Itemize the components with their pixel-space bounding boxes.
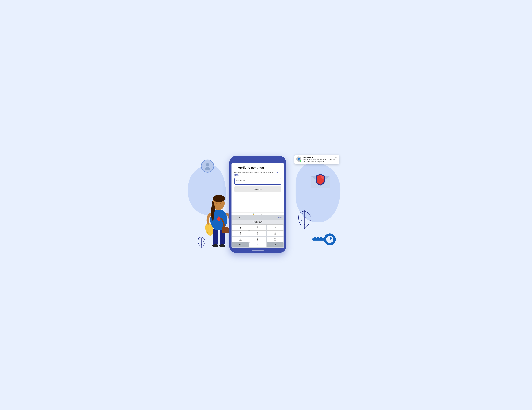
key-decoration xyxy=(312,232,338,247)
keyboard-next-button[interactable]: ▼ xyxy=(238,216,241,219)
keyboard-keys: 1 2ABC 3DEF 4GHI 5JKL 6MNO 7PQRS xyxy=(232,225,284,247)
notification-message-badge xyxy=(300,160,302,162)
key-6[interactable]: 6MNO xyxy=(266,231,284,236)
key-4[interactable]: 4GHI xyxy=(232,231,249,236)
right-leaf-icon xyxy=(295,209,313,230)
leaf-right-decoration xyxy=(295,209,313,230)
suggestion-label: From Messages xyxy=(253,221,263,222)
verification-code-input-group[interactable]: Verification code * xyxy=(234,178,281,185)
notification-sender: +61437790170 xyxy=(303,157,313,158)
url-bar: 🔒 ecom.roller.app xyxy=(231,213,284,215)
key-special[interactable]: +*# xyxy=(232,242,249,247)
svg-point-27 xyxy=(212,244,218,247)
svg-point-0 xyxy=(206,163,209,167)
key-backspace[interactable]: ⌫ xyxy=(266,242,284,247)
subtitle: Please enter the verification code we ju… xyxy=(234,171,281,176)
svg-line-10 xyxy=(200,239,202,241)
key-5[interactable]: 5JKL xyxy=(249,231,266,236)
svg-point-19 xyxy=(326,236,333,243)
input-label: Verification code * xyxy=(236,179,279,181)
notification-avatar: 👤 xyxy=(296,157,302,162)
key-2[interactable]: 2ABC xyxy=(249,225,266,231)
messages-badge-icon xyxy=(300,160,301,161)
svg-rect-25 xyxy=(213,228,218,246)
keyboard-row-4: +*# 0 ⌫ xyxy=(232,242,284,247)
text-cursor xyxy=(260,181,260,183)
key-3[interactable]: 3DEF xyxy=(266,225,284,231)
phone: ← Verify to continue Please enter the ve… xyxy=(229,156,286,253)
continue-button[interactable]: Continue xyxy=(234,186,281,192)
svg-point-37 xyxy=(212,204,213,205)
avatar xyxy=(201,159,214,173)
notification-popup: 👤 +61437790170 now Enter code 27919860 t… xyxy=(294,155,339,164)
svg-rect-38 xyxy=(300,160,301,161)
svg-line-17 xyxy=(304,224,307,225)
required-marker: * xyxy=(246,179,246,181)
keyboard-nav: ▲ ▼ xyxy=(233,216,241,219)
phone-home-bar xyxy=(252,250,264,251)
keyboard-toolbar: ▲ ▼ Done xyxy=(232,216,284,220)
key-8[interactable]: 8TUV xyxy=(249,237,266,242)
keyboard-prev-button[interactable]: ▲ xyxy=(233,216,237,219)
notification-body: +61437790170 now Enter code 27919860 to … xyxy=(303,157,337,163)
keyboard-done-button[interactable]: Done xyxy=(278,217,282,219)
key-7[interactable]: 7PQRS xyxy=(232,237,249,242)
svg-point-28 xyxy=(219,244,225,247)
keyboard-row-2: 4GHI 5JKL 6MNO xyxy=(232,231,284,236)
subtitle-post: . xyxy=(276,171,276,173)
phone-number: 493457121 xyxy=(268,171,276,173)
key-icon-svg xyxy=(312,232,338,246)
avatar-person-icon xyxy=(203,162,212,170)
notification-text: Enter code 27919860 to checkout from Cha… xyxy=(303,159,337,163)
svg-line-16 xyxy=(301,221,304,222)
envelope-icon xyxy=(310,173,331,189)
keyboard-suggestion-bar[interactable]: From Messages 27919860 xyxy=(232,220,284,225)
svg-point-20 xyxy=(330,237,332,240)
back-arrow[interactable]: ← xyxy=(234,166,237,169)
svg-point-34 xyxy=(213,195,225,202)
suggestion-code: 27919860 xyxy=(255,222,261,224)
phone-body: ← Verify to continue Please enter the ve… xyxy=(229,156,286,253)
svg-point-35 xyxy=(216,203,218,205)
verification-code-field[interactable] xyxy=(236,181,260,183)
screen-content: ← Verify to continue Please enter the ve… xyxy=(231,163,284,213)
svg-line-12 xyxy=(200,243,202,245)
keyboard: ▲ ▼ Done From Messages 27919860 1 2ABC xyxy=(231,215,284,248)
svg-rect-22 xyxy=(314,237,316,239)
svg-point-36 xyxy=(220,203,221,205)
key-0[interactable]: 0 xyxy=(249,242,266,247)
notification-header: +61437790170 now xyxy=(303,157,337,158)
notification-time: now xyxy=(335,157,337,158)
key-9[interactable]: 9WXYZ xyxy=(266,237,284,242)
url-text: ecom.roller.app xyxy=(255,213,263,214)
scene: ← Verify to continue Please enter the ve… xyxy=(191,154,341,256)
svg-line-14 xyxy=(301,213,304,214)
svg-line-15 xyxy=(304,216,308,218)
phone-screen: ← Verify to continue Please enter the ve… xyxy=(231,163,284,248)
keyboard-row-3: 7PQRS 8TUV 9WXYZ xyxy=(232,237,284,242)
svg-rect-24 xyxy=(320,237,322,238)
keyboard-row-1: 1 2ABC 3DEF xyxy=(232,225,284,231)
key-1[interactable]: 1 xyxy=(232,225,249,231)
lock-icon: 🔒 xyxy=(253,213,254,214)
svg-rect-23 xyxy=(317,237,319,239)
phone-notch xyxy=(253,158,262,161)
svg-point-1 xyxy=(205,167,210,170)
page-header: ← Verify to continue xyxy=(234,166,281,169)
page-title: Verify to continue xyxy=(238,166,264,169)
shield-envelope-decoration xyxy=(310,173,331,189)
subtitle-pre: Please enter the verification code we ju… xyxy=(234,171,268,173)
